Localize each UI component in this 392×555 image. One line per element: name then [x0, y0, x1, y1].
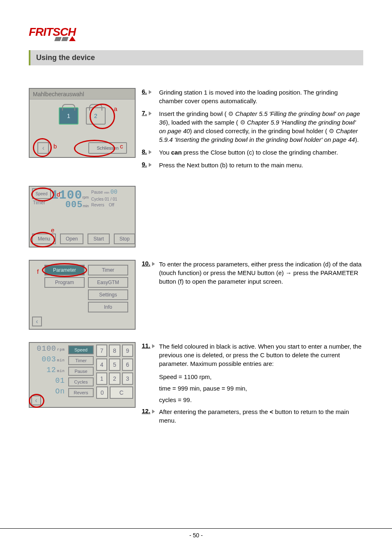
- timer-field: Timer: [68, 356, 94, 365]
- annotation-b: b: [53, 143, 57, 150]
- shot1-title: Mahlbecherauswahl: [30, 89, 135, 99]
- step-11: 11. The field coloured in black is activ…: [142, 342, 363, 368]
- keypad-1: 1: [96, 372, 107, 385]
- screenshot-bowl-selection: Mahlbecherauswahl 1 2 a ‹ Schliessen b: [29, 88, 136, 158]
- step-arrow-icon: [152, 344, 155, 348]
- keypad-6: 6: [122, 358, 133, 371]
- step-arrow-icon: [149, 150, 152, 154]
- keypad-4: 4: [96, 358, 107, 371]
- program-button: Program: [44, 277, 85, 288]
- keypad-3: 3: [122, 372, 133, 385]
- info-button: Info: [88, 302, 128, 312]
- close-button: Schliessen: [88, 142, 127, 154]
- menu-button: Menu: [32, 234, 56, 244]
- timer-label: Timer: [32, 200, 51, 206]
- settings-button: Settings: [88, 289, 128, 300]
- pause-field: Pause: [68, 367, 94, 376]
- page-number: - 50 -: [189, 532, 203, 539]
- page-footer: - 50 -: [0, 528, 392, 539]
- stop-button: Stop: [114, 234, 136, 244]
- step-arrow-icon: [149, 111, 152, 116]
- bowl-2: 2: [86, 107, 106, 125]
- annotation-a: a: [114, 105, 117, 112]
- step-8: 8. You can press the Close button (c) to…: [142, 148, 363, 157]
- speed-value: 1100: [51, 188, 82, 202]
- timer-button: Timer: [88, 265, 128, 275]
- keypad-7: 7: [96, 345, 107, 357]
- easygtm-button: EasyGTM: [88, 277, 128, 288]
- annotation-f: f: [37, 268, 39, 275]
- speed-label: Speed: [32, 188, 51, 199]
- annotation-d: d: [57, 191, 60, 198]
- open-button: Open: [60, 234, 83, 244]
- step-7: 7. Insert the grinding bowl ( ⚙ Chapter …: [142, 109, 363, 144]
- screenshot-main-menu: Speed Timer 1100rpm 005min Pause min 00 …: [29, 186, 136, 247]
- back-button: ‹: [37, 142, 49, 154]
- keypad-8: 8: [109, 345, 120, 357]
- screenshot-parameter-entry: 0100rpm 003min 12min 01 On Speed Timer P…: [29, 342, 136, 408]
- keypad-0: 0: [96, 386, 108, 399]
- keypad-2: 2: [109, 372, 120, 385]
- revers-field: Revers: [68, 388, 94, 397]
- back-button: ‹: [31, 395, 41, 405]
- step-11-sub1: Speed = 1100 rpm,: [159, 372, 363, 382]
- keypad-9: 9: [122, 345, 133, 357]
- brand-name: FRITSCH: [29, 27, 76, 37]
- back-button: ‹: [32, 317, 42, 326]
- step-arrow-icon: [149, 163, 152, 167]
- step-12: 12. After entering the parameters, press…: [142, 407, 363, 425]
- annotation-c: c: [120, 143, 123, 150]
- step-arrow-icon: [152, 409, 155, 414]
- annotation-e: e: [51, 227, 54, 234]
- keypad-5: 5: [109, 358, 120, 371]
- screenshot-menu: Parameter Program Timer EasyGTM Settings…: [29, 260, 136, 330]
- speed-field: Speed: [68, 345, 94, 354]
- keypad-clear: C: [110, 386, 133, 399]
- bowl-1: 1: [59, 107, 78, 125]
- timer-value: 005: [65, 200, 83, 210]
- step-11-sub3: cycles = 99.: [159, 395, 363, 405]
- step-10: 10. To enter the process parameters, eit…: [142, 260, 363, 286]
- cycles-field: Cycles: [68, 377, 94, 386]
- step-11-sub2: time = 999 min, pause = 99 min,: [159, 384, 363, 393]
- step-arrow-icon: [149, 90, 152, 94]
- start-button: Start: [88, 234, 109, 244]
- step-arrow-icon: [152, 262, 155, 266]
- step-6: 6. Grinding station 1 is moved into the …: [142, 88, 363, 105]
- section-title: Using the device: [29, 50, 363, 65]
- parameter-button: Parameter: [44, 265, 85, 275]
- step-9: 9. Press the Next button (b) to return t…: [142, 161, 363, 169]
- brand-logo: FRITSCH: [29, 16, 363, 41]
